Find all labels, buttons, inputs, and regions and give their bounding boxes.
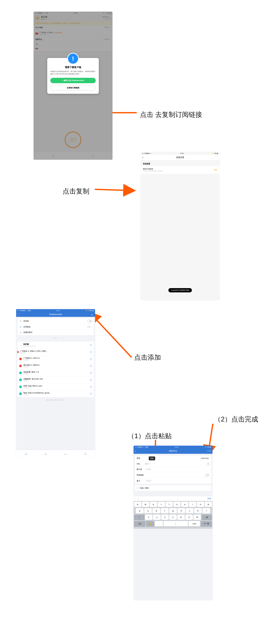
info-icon[interactable]: i (90, 379, 92, 381)
random-toggle[interactable] (204, 474, 209, 476)
key-i[interactable]: i (189, 502, 196, 507)
key-q[interactable]: q (134, 502, 141, 507)
page-title: 添加节点 (169, 450, 177, 452)
field-note[interactable]: 备注可选的 (135, 478, 211, 484)
home-icon: ⌂ (26, 452, 26, 454)
anno-click-done: （2）点击完成 (214, 415, 258, 424)
chevron-right-icon: › (91, 326, 92, 328)
next-field-button[interactable]: › (138, 497, 139, 500)
chevron-down-icon: ⌄ (19, 344, 22, 346)
row-connectivity-test[interactable]: ◷连通性测试 (18, 330, 94, 335)
field-url[interactable]: 粘贴 URL必填 i (135, 461, 211, 467)
key-j[interactable]: j (186, 508, 193, 514)
key-d[interactable]: d (153, 508, 160, 514)
key-r[interactable]: r (158, 502, 165, 507)
key-m[interactable]: m (193, 514, 201, 520)
node-us[interactable]: 佛山电信 ✈ 美国 G1TROJAN i (18, 362, 94, 370)
field-max[interactable]: 最大值可选的 (135, 467, 211, 472)
node-hk[interactable]: 广州移动 ✈ 香港 I1 | IEPL | 限时…TROJAN i (18, 348, 94, 356)
key-😀[interactable]: 😀 (146, 521, 154, 526)
key-f[interactable]: f (161, 508, 169, 514)
key-y[interactable]: y (173, 502, 181, 507)
node-reset[interactable]: ⊕ 流量重置: 每月19日 10GTROJAN i (18, 376, 94, 383)
nav-bar: ‹ 添加节点 完成 (134, 448, 212, 454)
connect-toggle[interactable] (87, 320, 92, 322)
globe-icon: ⊕ (19, 392, 22, 395)
screenshot-balecc-modal: •••中国移动ᯤVPN 16:28 ⏱⚡85%▮ 番石榴Balecc 智能代理未… (34, 12, 112, 160)
anno-click-paste: （1）点击粘贴 (128, 432, 172, 440)
tab-config[interactable]: ▭配置 (36, 450, 56, 457)
key-u[interactable]: u (181, 502, 188, 507)
svg-line-5 (95, 319, 132, 358)
key-k[interactable]: k (194, 508, 202, 514)
top-settings-card: ✈未连接 ❄全局路由 配置› ◷连通性测试 (18, 318, 94, 335)
speed-icon: ◷ (19, 331, 22, 334)
key-o[interactable]: o (197, 502, 204, 507)
copy-subscribe-link-button[interactable]: 去复制订阅链接 (50, 85, 96, 91)
row-global-route[interactable]: ❄全局路由 配置› (18, 324, 94, 330)
key-.[interactable]: . (155, 521, 163, 526)
key-/[interactable]: / (164, 521, 188, 526)
tab-home[interactable]: ⌂首页 (16, 450, 36, 457)
svg-line-3 (95, 189, 135, 190)
back-button[interactable]: ‹ (135, 450, 136, 452)
key-c[interactable]: c (161, 514, 169, 520)
info-icon[interactable]: i (207, 463, 209, 465)
key-x[interactable]: x (153, 514, 161, 520)
rocket-icon: ✈ (19, 320, 22, 322)
screenshot-shadowrocket-home: •••中国移动ᯤVPN 16:17 ⏱⚡89%▮ ⛶ Shadowrocket … (16, 309, 95, 457)
key-下一项[interactable]: 下一项 (201, 521, 212, 526)
key-h[interactable]: h (178, 508, 185, 514)
key-⌫[interactable]: ⌫ (201, 514, 212, 520)
tab-settings[interactable]: ⚙设置 (75, 450, 95, 457)
info-icon[interactable]: i (90, 393, 92, 395)
key-n[interactable]: n (185, 514, 193, 520)
copy-button[interactable]: 复制 (214, 169, 217, 171)
info-icon[interactable]: i (90, 365, 92, 367)
node-telegram[interactable]: ⊕ 电报: https://t.me/falemon_groupTROJAN i (18, 390, 94, 397)
paste-menu[interactable]: 粘贴 (149, 456, 155, 460)
scan-qr-row[interactable]: ⛶ 扫描二维码› (135, 486, 211, 491)
key-t[interactable]: t (166, 502, 173, 507)
anno-click-add: 点击添加 (134, 353, 161, 362)
tab-data[interactable]: ↔数据 (56, 450, 75, 457)
key-⇧[interactable]: ⇧ (134, 514, 145, 520)
node-trial[interactable]: ⊕ 体验套餐: 剩余 2 天TROJAN i (18, 370, 94, 376)
folder-icon: ▭ (45, 452, 46, 454)
chevron-right-icon: › (209, 487, 209, 489)
copy-subscribe-row[interactable]: 复制订阅链接 复制您的专属订阅链接(Trojan协议) 复制 (141, 166, 220, 174)
node-website[interactable]: ⊕ 官网: https://flm11.com/TROJAN i (18, 383, 94, 390)
key-p[interactable]: p (205, 502, 212, 507)
key-z[interactable]: z (145, 514, 153, 520)
info-icon[interactable]: i (90, 358, 92, 360)
field-type[interactable]: 类型Subscribe› (135, 456, 211, 461)
done-button[interactable]: 完成 (207, 450, 211, 452)
key-v[interactable]: v (169, 514, 177, 520)
status-bar: •••中国移动ᯤVPN 17:06 ⚡78%▮ (134, 446, 212, 448)
key-s[interactable]: s (144, 508, 152, 514)
key-123[interactable]: 123 (134, 521, 145, 526)
key-l[interactable]: l (202, 508, 210, 514)
import-shadowrocket-button[interactable]: 一键导入到 Shadowrocket (50, 78, 96, 83)
key-.com[interactable]: .com (189, 521, 200, 526)
node-jp[interactable]: 广州移动 ✈ 日本 G1TROJAN i (18, 356, 94, 362)
info-icon[interactable]: i (90, 372, 92, 374)
key-e[interactable]: e (150, 502, 157, 507)
status-bar: •••中国移动ᯤ 17:06 ⚡78%▮ (141, 152, 220, 155)
info-icon[interactable]: i (90, 351, 92, 353)
info-icon[interactable]: i (90, 386, 92, 388)
back-button[interactable]: ‹ (142, 156, 143, 159)
key-g[interactable]: g (169, 508, 177, 514)
key-a[interactable]: a (136, 508, 144, 514)
scan-qr-icon[interactable]: ⛶ (18, 313, 20, 316)
add-button[interactable]: ＋ (90, 313, 93, 317)
key-w[interactable]: w (142, 502, 149, 507)
row-not-connected[interactable]: ✈未连接 (18, 318, 94, 324)
field-disable-random[interactable]: 禁用随机 (135, 472, 211, 478)
arrow-to-plus (93, 316, 134, 360)
subscription-header[interactable]: ⌄ 快柠檬2022-03-19 16:05:59 i (18, 342, 94, 348)
info-icon[interactable]: i (90, 344, 92, 346)
key-b[interactable]: b (177, 514, 185, 520)
prev-field-button[interactable]: ‹ (135, 497, 136, 500)
keyboard-done-button[interactable]: 完成 (207, 497, 211, 500)
